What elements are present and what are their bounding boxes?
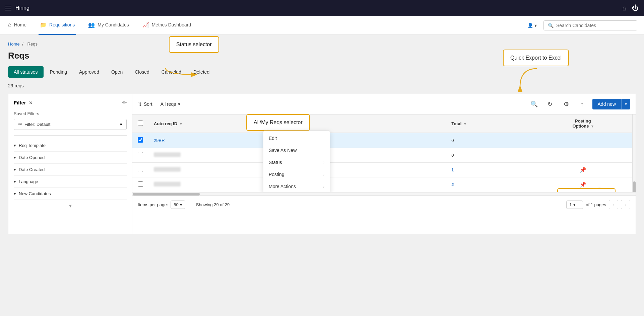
- save-as-new-label: Save As New: [269, 148, 297, 153]
- search-input[interactable]: [556, 23, 633, 28]
- power-icon[interactable]: ⏻: [632, 4, 639, 12]
- v-scrollbar-thumb[interactable]: [633, 181, 636, 192]
- filter-section-language[interactable]: ▾ Language: [14, 176, 127, 188]
- sidebar-scroll-down[interactable]: ▾: [14, 203, 127, 209]
- row-checkbox[interactable]: [138, 137, 143, 143]
- sidebar-title: Filter: [14, 100, 26, 105]
- req-id-blurred: [154, 152, 181, 157]
- search-toolbar-button[interactable]: 🔍: [528, 98, 540, 110]
- candidates-nav-icon: 👥: [88, 22, 95, 28]
- page-size-select[interactable]: 50 ▾: [171, 201, 185, 209]
- all-my-reqs-selector[interactable]: All reqs ▾: [156, 99, 185, 109]
- h-scrollbar-thumb[interactable]: [133, 193, 200, 195]
- metrics-nav-icon: 📈: [142, 22, 149, 28]
- topbar-left: Hiring: [5, 5, 29, 11]
- topbar: Hiring ⌂ ⏻: [0, 0, 644, 16]
- reqs-count: 29 reqs: [8, 83, 636, 88]
- total-cell: 0: [446, 133, 530, 148]
- row-checkbox-cell[interactable]: [132, 148, 148, 163]
- row-checkbox-cell[interactable]: [132, 163, 148, 177]
- posting-submenu-arrow: ›: [323, 172, 324, 177]
- hamburger-menu[interactable]: [5, 6, 11, 10]
- settings-button[interactable]: ⚙: [560, 98, 572, 110]
- row-checkbox[interactable]: [138, 152, 143, 157]
- col-total[interactable]: Total ▾: [446, 114, 530, 133]
- status-tab-open[interactable]: Open: [106, 66, 128, 78]
- table-toolbar: ⇅ Sort All reqs ▾ All/My Reqs selector 🔍…: [132, 94, 636, 114]
- req-id-cell: [148, 163, 277, 177]
- h-scrollbar-track[interactable]: [132, 192, 636, 195]
- sort-button[interactable]: ⇅ Sort: [138, 101, 152, 107]
- sidebar-header: Filter ✕ ✏: [14, 99, 127, 106]
- filter-section-req-template[interactable]: ▾ Req Template: [14, 140, 127, 152]
- filter-default-select[interactable]: 👁 Filter: Default ▾: [14, 119, 127, 130]
- user-icon: 👤: [527, 23, 533, 28]
- filter-section-date-created[interactable]: ▾ Date Created: [14, 164, 127, 176]
- filter-section-new-candidates[interactable]: ▾ New Candidates: [14, 188, 127, 200]
- page-input[interactable]: 1 ▾: [566, 201, 583, 209]
- table-row[interactable]: 0: [132, 148, 636, 163]
- export-button[interactable]: ↑: [576, 98, 588, 110]
- select-all-checkbox[interactable]: [138, 121, 143, 126]
- col-posting-options[interactable]: PostingOptions ▾: [530, 114, 636, 133]
- status-tabs-container: All statuses Pending Approved Open Close…: [8, 66, 636, 78]
- add-new-chevron-icon[interactable]: ▾: [621, 99, 630, 109]
- app-title: Hiring: [15, 5, 29, 11]
- home-nav-icon: ⌂: [8, 22, 11, 28]
- content-layout: Filter ✕ ✏ Saved Filters 👁 Filter: Defau…: [8, 94, 636, 234]
- filter-edit-button[interactable]: ✏: [122, 99, 127, 106]
- search-icon: 🔍: [548, 23, 554, 28]
- status-tab-closed[interactable]: Closed: [129, 66, 155, 78]
- table-row[interactable]: 29BR 0: [132, 133, 636, 148]
- breadcrumb-home[interactable]: Home: [8, 42, 20, 47]
- status-submenu-arrow: ›: [323, 160, 324, 165]
- row-checkbox[interactable]: [138, 181, 143, 187]
- filter-sidebar: Filter ✕ ✏ Saved Filters 👁 Filter: Defau…: [8, 94, 132, 234]
- nav-item-metrics-dashboard[interactable]: 📈 Metrics Dashboard: [141, 16, 193, 35]
- req-id[interactable]: 29BR: [154, 138, 165, 143]
- status-tab-pending[interactable]: Pending: [44, 66, 73, 78]
- page-chevron: ▾: [573, 202, 576, 207]
- next-page-button[interactable]: ›: [621, 200, 630, 209]
- chevron-down-icon: ▾: [534, 23, 537, 28]
- date-opened-chevron: ▾: [14, 155, 16, 160]
- navbar: ⌂ Home 📁 Requisitions 👥 My Candidates 📈 …: [0, 16, 644, 35]
- single-row-actions-callout: Single row actions: [557, 188, 616, 192]
- context-menu-edit[interactable]: Edit: [263, 132, 330, 144]
- row-checkbox-cell[interactable]: [132, 133, 148, 148]
- home-icon[interactable]: ⌂: [623, 4, 627, 12]
- nav-item-requisitions[interactable]: 📁 Requisitions: [39, 16, 76, 35]
- filter-section-date-opened[interactable]: ▾ Date Opened: [14, 152, 127, 164]
- prev-page-button[interactable]: ‹: [609, 200, 618, 209]
- add-new-button[interactable]: Add new ▾: [592, 99, 630, 109]
- status-tab-canceled[interactable]: Canceled: [156, 66, 187, 78]
- status-tab-approved[interactable]: Approved: [73, 66, 105, 78]
- req-id-cell[interactable]: 29BR: [148, 133, 277, 148]
- search-bar[interactable]: 🔍: [543, 20, 637, 30]
- filter-close-button[interactable]: ✕: [29, 100, 33, 105]
- refresh-button[interactable]: ↻: [544, 98, 556, 110]
- context-menu-save-as-new[interactable]: Save As New: [263, 144, 330, 156]
- row-checkbox[interactable]: [138, 167, 143, 172]
- status-selector-callout: Status selector: [169, 36, 219, 53]
- quick-export-callout: Quick Export to Excel: [503, 50, 569, 66]
- req-id-blurred: [154, 182, 181, 186]
- breadcrumb-separator: /: [22, 42, 23, 47]
- nav-item-my-candidates[interactable]: 👥 My Candidates: [87, 16, 130, 35]
- more-actions-label: More Actions: [269, 184, 296, 189]
- row-checkbox-cell[interactable]: [132, 177, 148, 192]
- edit-label: Edit: [269, 136, 277, 141]
- context-menu-status[interactable]: Status ›: [263, 156, 330, 168]
- status-tab-deleted[interactable]: Deleted: [188, 66, 215, 78]
- select-all-header[interactable]: [132, 114, 148, 133]
- table-row[interactable]: 1 📌: [132, 163, 636, 177]
- v-scrollbar[interactable]: [632, 114, 636, 192]
- date-created-chevron: ▾: [14, 167, 16, 172]
- context-menu-posting[interactable]: Posting ›: [263, 168, 330, 180]
- nav-item-home[interactable]: ⌂ Home: [7, 16, 28, 35]
- context-menu: Edit Save As New Status › Posting › More: [263, 131, 330, 192]
- status-tabs: All statuses Pending Approved Open Close…: [8, 66, 636, 78]
- context-menu-more-actions[interactable]: More Actions ›: [263, 180, 330, 192]
- status-tab-all[interactable]: All statuses: [8, 66, 44, 78]
- user-menu-button[interactable]: 👤 ▾: [525, 21, 539, 30]
